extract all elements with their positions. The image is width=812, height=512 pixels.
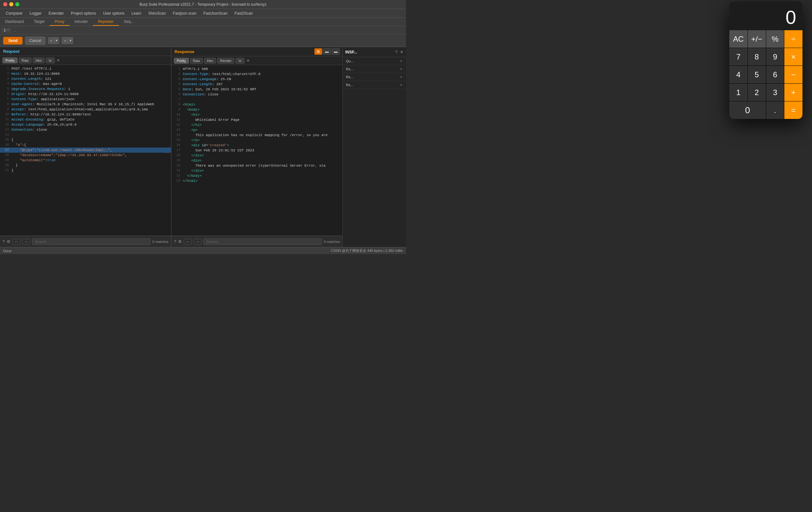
response-settings-icon[interactable]: ⚙: [178, 239, 182, 244]
menu-learn[interactable]: Learn: [128, 10, 145, 17]
minimize-button[interactable]: [9, 2, 13, 6]
response-search-bar: ? ⚙ ← → 0 matches: [171, 236, 342, 247]
response-view-raw[interactable]: Raw: [190, 58, 203, 64]
status-info: CSDN @为了网络安全 445 bytes | 2,362 millis: [331, 248, 403, 253]
menu-fastjson-scan[interactable]: Fastjson scan: [170, 10, 200, 17]
menu-fastjsonscan[interactable]: FastJsonScan: [200, 10, 231, 17]
traffic-lights: [3, 2, 20, 6]
table-row: 1POST /test HTTP/1.1: [0, 66, 171, 71]
table-row: 9 <body>: [171, 107, 342, 112]
inspector-close-icon[interactable]: ✕: [400, 50, 403, 54]
table-row: 18 "dataSourceName":"ldap://91.206.92.47…: [0, 153, 171, 158]
menu-shiroscan[interactable]: ShiroScan: [145, 10, 169, 17]
tab-proxy[interactable]: Proxy: [50, 18, 69, 26]
tab-dashboard[interactable]: Dashboard: [0, 18, 29, 26]
menu-project-options[interactable]: Project options: [68, 10, 99, 17]
table-row: 10Referer: http://10.32.124.11:8080/test: [0, 112, 171, 117]
table-row: 19 <div>: [171, 158, 342, 163]
nav-back-group: < ▾: [48, 37, 59, 44]
main-content: Request Pretty Raw Hex \n ≡ 1POST /test …: [0, 47, 406, 247]
response-view-hex[interactable]: Hex: [204, 58, 216, 64]
inspector-row-qu[interactable]: Qu... ▼: [343, 57, 406, 65]
request-panel: Request Pretty Raw Hex \n ≡ 1POST /test …: [0, 47, 171, 247]
nav-back-dropdown[interactable]: ▾: [54, 37, 59, 44]
response-panel-header: Response: [171, 47, 198, 56]
nav-back-button[interactable]: <: [48, 37, 54, 44]
chevron-down-icon: ▼: [400, 67, 403, 71]
nav-forward-button[interactable]: >: [62, 37, 68, 44]
response-view-newline[interactable]: \n: [236, 58, 244, 64]
table-row: 8<html>: [171, 102, 342, 107]
send-button[interactable]: Send: [3, 37, 23, 45]
table-row: 11 Whitelabel Error Page: [171, 117, 342, 122]
display-split-button[interactable]: ⊞: [314, 48, 322, 55]
request-search-input[interactable]: [32, 238, 150, 245]
inspector-row-re1[interactable]: Re... ▼: [343, 65, 406, 73]
close-tab-icon[interactable]: ×: [7, 28, 9, 32]
tab-seq[interactable]: Seq...: [119, 18, 139, 26]
request-search-next[interactable]: →: [22, 239, 30, 245]
table-row: 16 "a":{: [0, 142, 171, 147]
table-row: 6Origin: http://10.32.124.11:8080: [0, 92, 171, 97]
menu-fast2scan[interactable]: Fast2Scan: [231, 10, 256, 17]
inspector-help-icon[interactable]: ?: [395, 50, 398, 54]
tab-repeater[interactable]: Repeater: [93, 18, 119, 26]
table-row: 12Accept-Language: zh-CN,zh;q=0.9: [0, 122, 171, 127]
menu-logger[interactable]: Logger: [26, 10, 45, 17]
response-search-prev[interactable]: ←: [184, 239, 192, 245]
table-row: 13 <p>: [171, 127, 342, 133]
table-row: 6Connection: close: [171, 92, 342, 97]
request-view-controls: Pretty Raw Hex \n ≡: [0, 56, 171, 65]
response-header-row: Response ⊞ ▬ ▬: [171, 47, 342, 56]
display-top-button[interactable]: ▬: [323, 48, 331, 55]
response-view-controls: Pretty Raw Hex Render \n ≡: [171, 56, 342, 65]
tab-intruder[interactable]: Intruder: [69, 18, 93, 26]
menu-comparer[interactable]: Comparer: [3, 10, 26, 17]
request-tab-1[interactable]: 1 ×: [1, 28, 11, 33]
request-settings-icon[interactable]: ⚙: [7, 239, 10, 244]
request-view-newline[interactable]: \n: [46, 58, 54, 63]
table-row: 7: [171, 97, 342, 102]
display-bottom-button[interactable]: ▬: [331, 48, 340, 55]
menu-bar: Comparer Logger Extender Project options…: [0, 9, 406, 18]
inspector-row-re3[interactable]: Re... ▼: [343, 81, 406, 89]
response-view-pretty[interactable]: Pretty: [174, 58, 189, 64]
table-row: 14: [0, 132, 171, 137]
table-row: 21}: [0, 168, 171, 173]
response-search-next[interactable]: →: [194, 239, 202, 245]
response-view-render[interactable]: Render: [217, 58, 234, 64]
close-button[interactable]: [3, 2, 7, 6]
response-code-area[interactable]: 1HTTP/1.1 500 2Content-Type: text/html;c…: [171, 65, 342, 236]
main-tab-row: Dashboard Target Proxy Intruder Repeater…: [0, 18, 406, 26]
inspector-row-re2[interactable]: Re... ▼: [343, 73, 406, 81]
more-tabs[interactable]: ...: [12, 28, 19, 33]
request-view-raw[interactable]: Raw: [19, 58, 31, 63]
table-row: 14 This application has no explicit mapp…: [171, 133, 342, 138]
table-row: 21 </div>: [171, 168, 342, 173]
response-search-input[interactable]: [203, 238, 322, 245]
response-help-icon[interactable]: ?: [174, 239, 176, 244]
inspector-header: INSP... ? ✕: [343, 47, 406, 57]
response-view-list-icon[interactable]: ≡: [246, 58, 251, 64]
inspector-panel: INSP... ? ✕ Qu... ▼ Re... ▼ Re... ▼ Re..…: [342, 47, 406, 247]
table-row: 4Content-Length: 287: [171, 82, 342, 87]
nav-forward-dropdown[interactable]: ▾: [68, 37, 73, 44]
table-row: 12 </h1>: [171, 122, 342, 127]
menu-user-options[interactable]: User options: [100, 10, 127, 17]
tab-target[interactable]: Target: [29, 18, 50, 26]
maximize-button[interactable]: [15, 2, 20, 6]
request-search-prev[interactable]: ←: [12, 239, 20, 245]
toolbar: Send Cancel < ▾ > ▾: [0, 34, 406, 47]
menu-extender[interactable]: Extender: [46, 10, 67, 17]
request-view-list-icon[interactable]: ≡: [56, 57, 61, 63]
request-code-area[interactable]: 1POST /test HTTP/1.1 2Host: 10.32.124.11…: [0, 65, 171, 236]
table-row: 13Connection: close: [0, 127, 171, 132]
table-row: 2Content-Type: text/html;charset=UTF-8: [171, 72, 342, 77]
table-row: 20 }: [0, 163, 171, 168]
request-view-hex[interactable]: Hex: [33, 58, 45, 63]
request-help-icon[interactable]: ?: [3, 239, 5, 244]
cancel-button[interactable]: Cancel: [25, 36, 45, 45]
request-view-pretty[interactable]: Pretty: [3, 58, 18, 63]
table-row: 8User-Agent: Mozilla/5.0 (Macintosh; Int…: [0, 102, 171, 107]
more-options-icon[interactable]: ⋮: [164, 151, 169, 155]
